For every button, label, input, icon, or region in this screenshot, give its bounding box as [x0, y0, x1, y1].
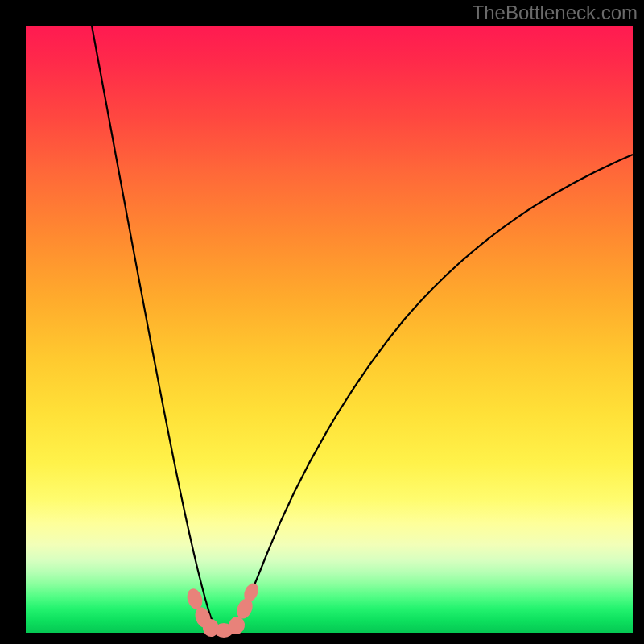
chart-frame: TheBottleneck.com [0, 0, 644, 644]
right-branch-path [232, 155, 633, 633]
valley-markers [184, 581, 261, 638]
plot-area [26, 26, 633, 633]
watermark-text: TheBottleneck.com [473, 2, 638, 24]
left-branch-path [92, 26, 222, 633]
curve-layer [26, 26, 633, 633]
